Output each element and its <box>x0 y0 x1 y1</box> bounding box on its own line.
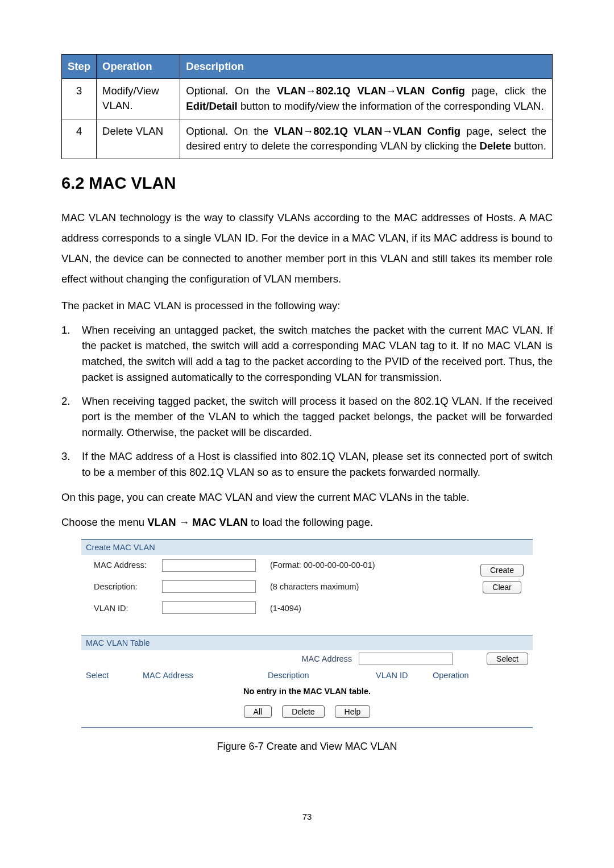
col-vlan: VLAN ID <box>376 670 433 681</box>
mac-hint: (Format: 00-00-00-00-00-01) <box>270 559 476 571</box>
list-item: When receiving tagged packet, the switch… <box>61 393 553 441</box>
operation-cell: Modify/View VLAN. <box>97 78 180 119</box>
mac-address-input[interactable] <box>162 559 256 572</box>
help-button[interactable]: Help <box>335 705 371 718</box>
description-input[interactable] <box>162 580 256 593</box>
table-header-row: Select MAC Address Description VLAN ID O… <box>81 667 533 683</box>
col-select: Select <box>86 670 143 681</box>
create-mac-vlan-header: Create MAC VLAN <box>81 540 533 555</box>
col-mac: MAC Address <box>143 670 268 681</box>
all-button[interactable]: All <box>244 705 272 718</box>
section-heading: 6.2 MAC VLAN <box>61 172 553 195</box>
col-operation-header: Operation <box>97 55 180 79</box>
select-button[interactable]: Select <box>487 653 528 665</box>
paragraph-create: On this page, you can create MAC VLAN an… <box>61 489 553 506</box>
list-item: When receiving an untagged packet, the s… <box>61 322 553 385</box>
table-row: 4 Delete VLAN Optional. On the VLAN→802.… <box>62 119 553 159</box>
description-hint: (8 characters maximum) <box>270 581 476 592</box>
paragraph-menu: Choose the menu VLAN → MAC VLAN to load … <box>61 514 553 531</box>
mac-vlan-table-header: MAC VLAN Table <box>81 636 533 650</box>
delete-button[interactable]: Delete <box>282 705 324 718</box>
clear-button[interactable]: Clear <box>483 581 521 593</box>
description-cell: Optional. On the VLAN→802.1Q VLAN→VLAN C… <box>180 78 553 119</box>
description-label: Description: <box>94 581 162 592</box>
filter-mac-label: MAC Address <box>301 653 352 665</box>
col-step-header: Step <box>62 55 97 79</box>
table-row: 3 Modify/View VLAN. Optional. On the VLA… <box>62 78 553 119</box>
page-number: 73 <box>61 811 553 823</box>
vlan-id-input[interactable] <box>162 601 256 614</box>
filter-mac-input[interactable] <box>359 653 453 665</box>
table-empty-text: No entry in the MAC VLAN table. <box>81 683 533 699</box>
step-cell: 3 <box>62 78 97 119</box>
figure-caption: Figure 6-7 Create and View MAC VLAN <box>61 740 553 754</box>
vlan-hint: (1-4094) <box>270 603 476 614</box>
step-cell: 4 <box>62 119 97 159</box>
list-item: If the MAC address of a Host is classifi… <box>61 448 553 480</box>
vlan-id-label: VLAN ID: <box>94 603 162 614</box>
processing-list: When receiving an untagged packet, the s… <box>61 322 553 480</box>
create-button[interactable]: Create <box>480 564 524 576</box>
step-table: Step Operation Description 3 Modify/View… <box>61 54 553 159</box>
paragraph-intro: MAC VLAN technology is the way to classi… <box>61 207 553 289</box>
mac-vlan-panel: Create MAC VLAN MAC Address: Description… <box>81 539 533 728</box>
mac-address-label: MAC Address: <box>94 559 162 571</box>
col-desc: Description <box>268 670 376 681</box>
paragraph-processing: The packet in MAC VLAN is processed in t… <box>61 297 553 314</box>
operation-cell: Delete VLAN <box>97 119 180 159</box>
col-description-header: Description <box>180 55 553 79</box>
col-op: Operation <box>433 670 489 681</box>
description-cell: Optional. On the VLAN→802.1Q VLAN→VLAN C… <box>180 119 553 159</box>
